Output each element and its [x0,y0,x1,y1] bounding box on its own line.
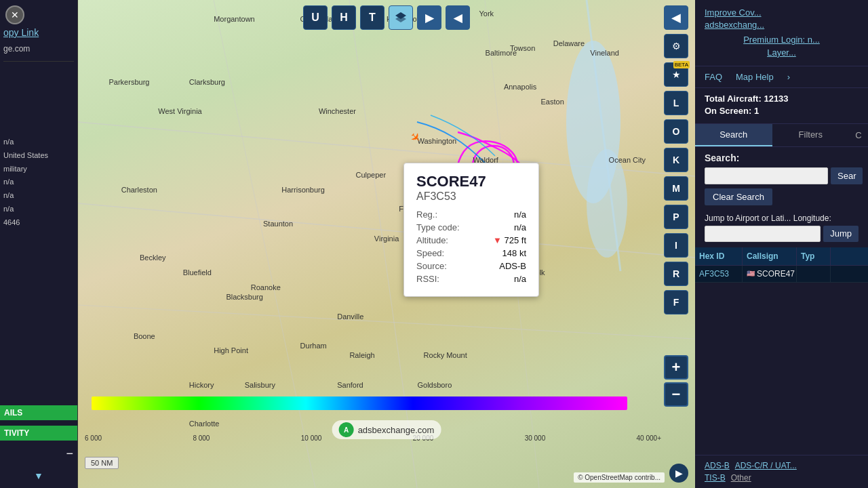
svg-line-3 [214,0,315,488]
search-section: Search: Sear Clear Search Jump to Airpor… [695,147,868,247]
aircraft-table: Hex ID Callsign Typ AF3C53 🇺🇸 SCORE47 [695,247,868,455]
tab-filters[interactable]: Filters [772,124,850,146]
city-label: Morgantown [214,15,255,23]
source-other[interactable]: Other [731,473,751,483]
tab-extra-btn[interactable]: C [849,124,868,146]
city-label: Harrisonburg [281,186,325,194]
left-panel: ✕ opy Link ge.com n/a United States mili… [0,0,78,488]
btn-u[interactable]: U [303,5,328,30]
city-label: Raleigh [349,351,374,359]
close-button[interactable]: ✕ [5,5,24,24]
map-overlay-svg [78,0,695,488]
adsb-logo: A [339,422,354,437]
jump-row: Jump [705,226,859,242]
settings-btn[interactable]: ⚙ [664,34,688,58]
nav-button[interactable]: ▶ [669,464,688,483]
altitude-value: ▼ 725 ft [493,235,526,245]
beta-label: BETA [673,61,690,68]
th-callsign[interactable]: Callsign [743,247,797,265]
city-label: Clarksburg [189,78,225,86]
scroll-down-arrow[interactable]: ▼ [34,470,43,481]
source-row: ADS-B ADS-C/R / UAT... [705,461,859,470]
search-button[interactable]: Sear [831,167,863,184]
faq-link[interactable]: FAQ [705,72,722,82]
clear-search-button[interactable]: Clear Search [705,188,772,205]
speed-value: 148 kt [502,248,526,258]
btn-h[interactable]: H [332,5,356,30]
callsign-text: SCORE47 [757,269,795,279]
zoom-out-btn[interactable]: − [664,382,688,407]
btn-m[interactable]: M [664,176,688,201]
btn-f[interactable]: F [664,290,688,314]
city-label: Delaware [553,39,585,47]
premium-login-link[interactable]: Premium Login: n... Layer... [705,34,859,58]
layers-btn[interactable] [389,5,413,30]
copy-link[interactable]: opy Link [3,27,39,38]
city-label: Annapolis [504,83,536,91]
source-tisb[interactable]: TIS-B [705,473,726,483]
details-bar[interactable]: AILS [0,405,77,420]
table-row[interactable]: AF3C53 🇺🇸 SCORE47 [695,266,868,283]
th-type[interactable]: Typ [797,247,831,265]
zoom-in-btn[interactable]: + [664,355,688,380]
search-input[interactable] [705,167,828,184]
improve-coverage-link[interactable]: Improve Cov... adsbexchang... [705,7,859,31]
collapse-btn[interactable]: − [66,447,73,461]
city-label: West Virginia [158,107,201,115]
city-label: Staunton [263,220,293,228]
right-top: Improve Cov... adsbexchang... Premium Lo… [695,0,868,66]
btn-i[interactable]: I [664,233,688,258]
th-hexid[interactable]: Hex ID [695,247,743,265]
city-label: High Point [214,346,248,354]
alt-label-3: 10 000 [301,434,322,442]
rssi-label: RSSI: [416,274,439,284]
rssi-value: n/a [514,274,526,284]
map-help-link[interactable]: Map Help [736,72,774,82]
city-label: Sanford [337,381,363,389]
source-tags: ADS-B ADS-C/R / UAT... TIS-B Other [695,455,868,488]
btn-r[interactable]: R [664,262,688,286]
td-callsign: 🇺🇸 SCORE47 [743,266,797,282]
total-aircraft-row: Total Aircraft: 12133 [705,94,859,104]
btn-k[interactable]: K [664,148,688,172]
domain-text: ge.com [3,44,30,54]
more-link[interactable]: › [787,72,790,82]
aircraft-callsign: SCORE47 [416,173,526,190]
right-panel: Improve Cov... adsbexchang... Premium Lo… [695,0,868,488]
city-label: Culpeper [356,171,387,179]
city-label: Rocky Mount [424,351,467,359]
table-header: Hex ID Callsign Typ [695,247,868,266]
city-label: Durham [300,342,327,350]
activity-bar[interactable]: TIVITY [0,426,77,441]
source-adsb[interactable]: ADS-B [705,461,730,470]
btn-t[interactable]: T [360,5,384,30]
source-adsc[interactable]: ADS-C/R / UAT... [735,461,797,470]
city-label: Bluefield [183,268,212,277]
city-label: Easton [541,98,564,106]
city-label: Washington [418,137,457,145]
btn-forward[interactable]: ▶ [417,5,441,30]
on-screen-label: On Screen: [705,106,751,116]
city-label: Charleston [121,186,157,194]
reg-value: n/a [514,209,526,220]
city-label: Parkersburg [109,78,150,86]
city-label: Winchester [319,107,356,115]
map-area[interactable]: MorgantownCumberlandHagerstownYorkBaltim… [78,0,695,488]
back-arrow-btn[interactable]: ◀ [664,5,688,30]
map-attribution: © OpenStreetMap contrib... [574,472,665,483]
btn-p[interactable]: P [664,205,688,229]
td-type [797,266,831,282]
city-label: Boone [134,332,155,340]
svg-point-8 [587,149,627,258]
jump-button[interactable]: Jump [823,226,859,242]
tab-search[interactable]: Search [695,124,772,146]
btn-l[interactable]: L [664,91,688,115]
tabs-row: Search Filters C [695,124,868,147]
stats-section: Total Aircraft: 12133 On Screen: 1 [695,88,868,124]
on-screen-value: 1 [754,106,759,116]
jump-input[interactable] [705,226,821,242]
zoom-controls: + − [664,355,688,407]
btn-o[interactable]: O [664,119,688,144]
left-info: n/a United States military n/a n/a n/a 4… [3,136,48,230]
btn-back[interactable]: ◀ [446,5,470,30]
